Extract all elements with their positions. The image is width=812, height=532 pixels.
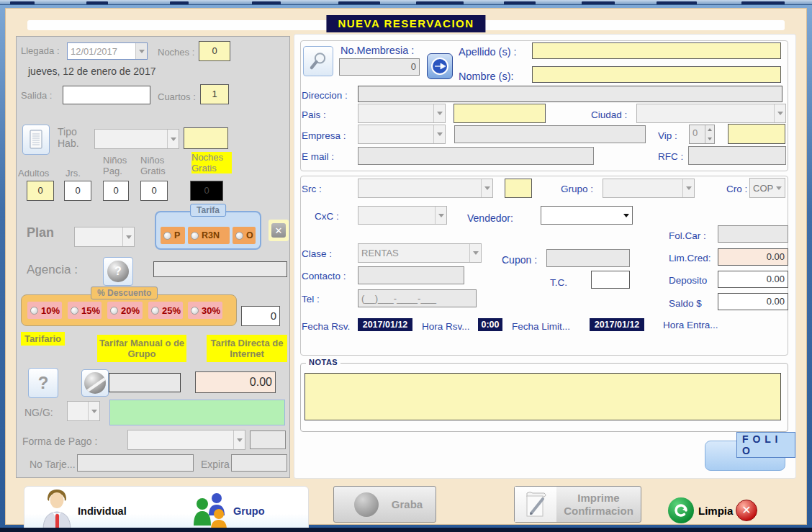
descuento-radio-25[interactable]: 25%: [148, 302, 183, 319]
ninos-pag-field[interactable]: 0: [103, 181, 129, 201]
vendedor-dropdown[interactable]: [541, 206, 633, 225]
tc-label: T.C.: [550, 277, 567, 288]
room-list-button[interactable]: [22, 125, 50, 155]
ciudad-dropdown[interactable]: [636, 104, 786, 123]
grupo-dropdown[interactable]: [603, 179, 695, 198]
notas-textarea[interactable]: [304, 373, 781, 420]
descuento-radio-15[interactable]: 15%: [68, 302, 102, 319]
tarifa-radio-o[interactable]: O: [233, 227, 256, 244]
membresia-field[interactable]: 0: [339, 58, 420, 76]
pais-label: Pais :: [302, 109, 326, 120]
noches-field[interactable]: 0: [199, 41, 230, 61]
rate-amount-field[interactable]: 0.00: [195, 371, 276, 393]
app-window: NUEVA RESERVACION Llegada : 12/01/2017 N…: [0, 0, 812, 532]
descuento-value-field[interactable]: 0: [241, 306, 280, 326]
direccion-field[interactable]: [358, 86, 782, 102]
imprime-confirmacion-button[interactable]: Imprime Confirmacion: [514, 486, 641, 523]
pais-dropdown[interactable]: [358, 104, 446, 123]
rate-globe-button[interactable]: [81, 369, 109, 397]
expira-field[interactable]: [231, 454, 287, 472]
noches-label: Noches :: [158, 47, 194, 58]
spinner-arrows-icon[interactable]: [705, 125, 714, 143]
empresa-code-field[interactable]: [454, 125, 646, 143]
ninos-gratis-label: Niños Gratis: [140, 155, 175, 176]
graba-button[interactable]: Graba: [333, 486, 436, 523]
vip-value: 0: [690, 125, 705, 143]
tel-field[interactable]: (__)___-____-___: [358, 289, 477, 307]
clase-label: Clase :: [302, 248, 332, 259]
tipo-hab-field[interactable]: [184, 127, 228, 149]
agencia-field[interactable]: [153, 261, 287, 277]
no-tarjeta-field[interactable]: [77, 454, 194, 472]
email-label: E mail :: [302, 151, 334, 162]
tipo-hab-dropdown[interactable]: [94, 129, 179, 149]
saldo-field[interactable]: 0.00: [718, 293, 788, 310]
jrs-field[interactable]: 0: [64, 181, 91, 201]
tarifario-button[interactable]: Tarifario: [21, 332, 65, 346]
nombre-field[interactable]: [532, 66, 781, 83]
limcred-field[interactable]: 0.00: [718, 248, 788, 266]
notas-label: NOTAS: [306, 358, 340, 366]
clase-dropdown[interactable]: RENTAS: [358, 243, 482, 263]
cxc-dropdown[interactable]: [358, 206, 447, 225]
folcar-field[interactable]: [718, 225, 788, 243]
tc-field[interactable]: [591, 271, 630, 289]
cupon-label: Cupon :: [502, 254, 537, 266]
agencia-search-button[interactable]: ?: [103, 257, 133, 286]
descuento-radio-10[interactable]: 10%: [27, 302, 62, 319]
individual-label[interactable]: Individual: [78, 505, 127, 517]
deposito-field[interactable]: 0.00: [718, 271, 788, 288]
apellido-field[interactable]: [532, 42, 781, 59]
ngg-description-field: [109, 400, 285, 425]
tarifa-radio-r3n[interactable]: R3N: [188, 227, 230, 244]
tel-label: Tel :: [302, 294, 320, 305]
tarifa-clear-button[interactable]: ✕: [269, 220, 289, 241]
grupo-label[interactable]: Grupo: [233, 505, 265, 517]
cro-value: COP: [750, 183, 773, 194]
cupon-field[interactable]: [546, 249, 630, 267]
noches-gratis-label: Noches Gratis: [191, 152, 232, 173]
vip-spinner[interactable]: 0: [689, 125, 715, 144]
ninos-gratis-field[interactable]: 0: [140, 181, 168, 201]
contacto-field[interactable]: [358, 266, 464, 284]
help-button[interactable]: ?: [28, 368, 58, 398]
empresa-label: Empresa :: [302, 130, 346, 141]
tarifa-radio-p[interactable]: P: [161, 227, 185, 244]
tarifa-directa-button[interactable]: Tarifa Directa de Internet: [207, 335, 287, 362]
cuartos-field[interactable]: 1: [200, 84, 229, 104]
radio-icon: [30, 307, 38, 315]
src-dropdown[interactable]: [358, 179, 493, 198]
src-label: Src :: [302, 184, 322, 194]
folio-label[interactable]: F O L I O: [736, 432, 795, 458]
membresia-search-button[interactable]: [303, 46, 333, 76]
limpia-button[interactable]: [668, 497, 694, 523]
empresa-dropdown[interactable]: [358, 125, 446, 144]
forma-pago-dropdown[interactable]: [127, 430, 245, 450]
pais-code-field[interactable]: [454, 104, 546, 123]
descuento-radio-20[interactable]: 20%: [107, 302, 143, 319]
tarifar-manual-button[interactable]: Tarifar Manual o de Grupo: [97, 335, 186, 362]
fecha-limit-label: Fecha Limit...: [512, 321, 570, 332]
llegada-date-picker[interactable]: 12/01/2017: [67, 42, 148, 60]
rate-code-field[interactable]: [109, 373, 181, 392]
src-code-field[interactable]: [505, 179, 532, 198]
forma-pago-code-field[interactable]: [250, 430, 286, 449]
grupo-label: Grupo :: [561, 184, 593, 194]
no-tarjeta-label: No Tarje...: [30, 459, 76, 470]
limpia-label[interactable]: Limpia: [698, 505, 733, 517]
adultos-field[interactable]: 0: [27, 181, 54, 201]
cro-dropdown[interactable]: COP: [749, 178, 785, 198]
rfc-field[interactable]: [688, 146, 786, 165]
tarifa-p-label: P: [174, 230, 180, 240]
llegada-dropdown-arrow[interactable]: [135, 43, 147, 59]
load-member-button[interactable]: [427, 53, 453, 79]
salida-field[interactable]: [63, 86, 150, 104]
descuento-radio-30[interactable]: 30%: [188, 302, 222, 319]
vip-note-field[interactable]: [728, 124, 785, 144]
plan-dropdown[interactable]: [74, 227, 135, 247]
close-window-button[interactable]: ✕: [736, 500, 757, 521]
ngg-dropdown[interactable]: [67, 401, 100, 421]
email-field[interactable]: [358, 147, 594, 165]
individual-button[interactable]: [40, 488, 73, 532]
grupo-button[interactable]: [193, 491, 229, 532]
